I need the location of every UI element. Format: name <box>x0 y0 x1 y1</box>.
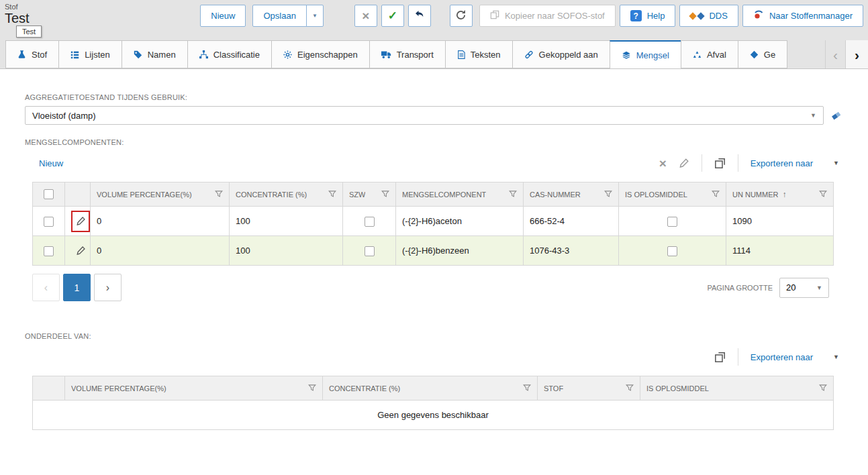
dds-button[interactable]: DDS <box>679 5 738 27</box>
tab-teksten[interactable]: Teksten <box>445 40 512 68</box>
delete-selected-icon[interactable]: × <box>659 157 667 170</box>
filter-icon[interactable] <box>626 384 634 393</box>
help-icon: ? <box>630 10 642 21</box>
stoffenmanager-icon <box>753 9 764 22</box>
toolbar-divider <box>738 348 738 366</box>
page-title: Test <box>5 11 30 26</box>
tab-transport[interactable]: Transport <box>369 40 445 68</box>
column-header-stof[interactable]: STOF <box>538 376 640 401</box>
chevron-right-icon: › <box>106 282 109 294</box>
link-icon <box>524 50 534 59</box>
exporteren-naar-dropdown[interactable]: Exporteren naar ▼ <box>751 352 839 362</box>
filter-icon[interactable] <box>509 190 517 199</box>
tab-scroll-right-button[interactable]: › <box>845 40 868 69</box>
column-header-un-nummer[interactable]: UN NUMMER↑ <box>726 182 834 207</box>
edit-row-button[interactable] <box>71 211 90 232</box>
aggregatie-dropdown[interactable]: Vloeistof (damp) ▼ <box>25 106 824 125</box>
filter-icon[interactable] <box>712 190 720 199</box>
column-header-concentratie[interactable]: CONCENTRATIE (%) <box>230 182 343 207</box>
filter-icon[interactable] <box>819 190 827 199</box>
filter-icon[interactable] <box>308 384 316 393</box>
tab-gekoppeld-aan[interactable]: Gekoppeld aan <box>512 40 610 68</box>
edit-row-button[interactable] <box>71 240 90 262</box>
copy-icon <box>490 10 499 21</box>
column-header-is-oplosmiddel[interactable]: IS OPLOSMIDDEL <box>619 182 726 207</box>
select-all-header <box>33 182 65 207</box>
tab-namen[interactable]: Namen <box>122 40 187 68</box>
dds-icon <box>690 13 704 19</box>
column-header-mengselcomponent[interactable]: MENGSELCOMPONENT <box>396 182 524 207</box>
clear-field-icon[interactable] <box>830 110 843 121</box>
onderdeel-van-table: VOLUME PERCENTAGE(%) CONCENTRATIE (%) ST… <box>32 376 834 430</box>
tab-lijsten[interactable]: Lijsten <box>58 40 122 68</box>
cell-un: 1090 <box>726 207 834 236</box>
opslaan-dropdown-button[interactable]: ▼ <box>306 5 324 27</box>
szw-checkbox[interactable] <box>365 217 375 227</box>
page-1-button[interactable]: 1 <box>63 274 91 301</box>
list-icon <box>70 50 79 59</box>
column-header-volume[interactable]: VOLUME PERCENTAGE(%) <box>91 182 230 207</box>
toolbar-divider <box>738 154 738 172</box>
opslaan-button[interactable]: Opslaan <box>252 5 306 27</box>
filter-icon[interactable] <box>604 190 612 199</box>
page-size-select[interactable]: 20 ▼ <box>779 278 829 298</box>
table-header-row: VOLUME PERCENTAGE(%) CONCENTRATIE (%) SZ… <box>33 182 834 207</box>
column-header-volume[interactable]: VOLUME PERCENTAGE(%) <box>65 376 323 401</box>
undo-icon <box>414 9 425 22</box>
tab-scroll-left-button[interactable]: ‹ <box>825 40 845 69</box>
row-checkbox[interactable] <box>44 217 54 227</box>
tab-strip: Stof Lijsten Namen Classificatie Eigensc… <box>0 40 868 69</box>
edit-selected-icon[interactable] <box>679 158 689 168</box>
nieuw-button[interactable]: Nieuw <box>200 5 246 27</box>
caret-down-icon: ▼ <box>810 112 816 119</box>
mengselcomponenten-table: VOLUME PERCENTAGE(%) CONCENTRATIE (%) SZ… <box>32 182 834 266</box>
export-window-icon[interactable] <box>714 158 726 169</box>
exporteren-naar-dropdown[interactable]: Exporteren naar ▼ <box>751 158 839 168</box>
tab-classificatie[interactable]: Classificatie <box>187 40 271 68</box>
chevron-left-icon: ‹ <box>44 282 48 294</box>
main-toolbar: Nieuw Opslaan ▼ × ✓ <box>200 5 863 27</box>
prev-page-button[interactable]: ‹ <box>32 274 60 301</box>
naar-stoffenmanager-button[interactable]: Naar Stoffenmanager <box>742 5 863 27</box>
filter-icon[interactable] <box>215 190 223 199</box>
select-all-checkbox[interactable] <box>44 189 54 199</box>
tab-eigenschappen[interactable]: Eigenschappen <box>271 40 369 68</box>
tab-afval[interactable]: Afval <box>681 40 738 68</box>
column-header-cas-nummer[interactable]: CAS-NUMMER <box>524 182 619 207</box>
kopieer-sofos-button[interactable]: Kopieer naar SOFOS-stof <box>479 5 616 27</box>
check-icon: ✓ <box>388 10 397 21</box>
title-tooltip: Test <box>16 25 42 38</box>
column-header-szw[interactable]: SZW <box>343 182 396 207</box>
cell-concentratie: 100 <box>230 207 343 236</box>
column-header-is-oplosmiddel[interactable]: IS OPLOSMIDDEL <box>640 376 834 401</box>
row-checkbox[interactable] <box>44 246 54 256</box>
close-icon: × <box>362 9 369 22</box>
tab-stof[interactable]: Stof <box>5 40 58 68</box>
tab-ge-partial[interactable]: Ge <box>738 40 787 68</box>
szw-checkbox[interactable] <box>365 246 375 256</box>
components-toolbar-right: × Exporteren naar ▼ <box>659 154 839 172</box>
classification-icon <box>199 50 208 59</box>
tab-mengsel[interactable]: Mengsel <box>610 40 681 69</box>
next-page-button[interactable]: › <box>94 274 122 301</box>
oplosmiddel-checkbox[interactable] <box>667 217 677 227</box>
export-window-icon[interactable] <box>714 352 726 363</box>
toolbar-divider <box>702 154 702 172</box>
filter-icon[interactable] <box>819 384 827 393</box>
filter-icon[interactable] <box>328 190 336 199</box>
cell-component: (-{2}-H6)benzeen <box>396 236 524 266</box>
filter-icon[interactable] <box>381 190 389 199</box>
layers-icon <box>622 51 631 60</box>
recycle-icon <box>693 50 702 59</box>
onderdeel-grid-toolbar: Exporteren naar ▼ <box>25 345 843 369</box>
confirm-button[interactable]: ✓ <box>381 5 404 27</box>
undo-button[interactable] <box>408 5 431 27</box>
filter-icon[interactable] <box>523 384 531 393</box>
oplosmiddel-checkbox[interactable] <box>667 246 677 256</box>
cancel-button[interactable]: × <box>354 5 377 27</box>
nieuw-component-link[interactable]: Nieuw <box>39 158 63 168</box>
refresh-button[interactable] <box>450 5 473 27</box>
components-grid-toolbar: Nieuw × Exporteren naar ▼ <box>25 151 843 175</box>
column-header-concentratie[interactable]: CONCENTRATIE (%) <box>323 376 538 401</box>
help-button[interactable]: ? Help <box>620 5 676 27</box>
